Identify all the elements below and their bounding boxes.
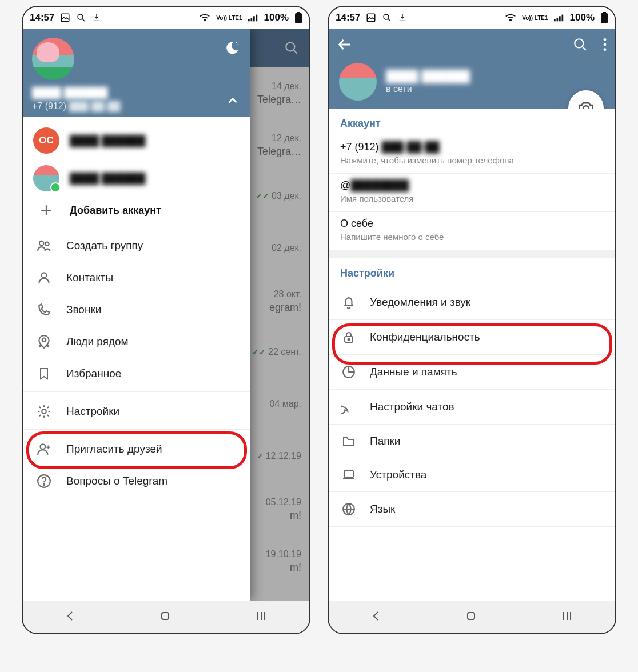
menu-item-bookmark[interactable]: Избранное [23, 358, 250, 392]
recents-icon[interactable] [254, 609, 269, 625]
help-icon [34, 474, 54, 489]
svg-rect-22 [162, 613, 169, 619]
drawer-header: ████ ██████ +7 (912) ███-██-██ [23, 29, 250, 117]
svg-point-12 [39, 241, 44, 246]
phone-hint: Нажмите, чтобы изменить номер телефона [340, 155, 604, 165]
svg-rect-26 [554, 19, 556, 22]
status-battery-pct: 100% [570, 12, 595, 23]
back-icon[interactable] [63, 609, 77, 625]
menu-item-gear[interactable]: Настройки [23, 395, 250, 430]
settings-item-pie[interactable]: Данные и память [329, 355, 615, 390]
home-icon[interactable] [158, 609, 172, 625]
account-avatar [33, 165, 59, 191]
menu-item-call[interactable]: Звонки [23, 294, 250, 326]
svg-point-13 [45, 242, 49, 246]
account-avatar: ОС [33, 127, 59, 154]
username-hint: Имя пользователя [340, 194, 604, 203]
download-icon [398, 13, 407, 23]
account-row[interactable]: ████ ██████ [23, 159, 250, 197]
bell-icon [340, 295, 357, 310]
folder-icon [340, 434, 357, 448]
svg-point-2 [204, 19, 206, 21]
status-time: 14:57 [30, 12, 54, 23]
svg-rect-23 [368, 14, 376, 22]
svg-rect-7 [297, 12, 300, 13]
menu-item-label: Звонки [66, 303, 101, 316]
bio-hint: Напишите немного о себе [340, 232, 604, 242]
svg-rect-29 [561, 15, 563, 22]
account-row[interactable]: ОС ████ ██████ [23, 122, 250, 159]
gear-icon [34, 404, 54, 419]
settings-item-label: Папки [370, 435, 400, 447]
menu-item-invite[interactable]: Пригласить друзей [23, 433, 250, 465]
svg-rect-40 [344, 471, 353, 477]
recents-icon[interactable] [560, 609, 575, 625]
settings-item-laptop[interactable]: Устройства [329, 458, 615, 492]
username-field[interactable]: @████████ Имя пользователя [329, 174, 615, 212]
profile-name: ████ ██████ [386, 70, 470, 83]
settings-appbar: ████ ██████ в сети [329, 29, 615, 109]
back-arrow-icon[interactable] [337, 37, 353, 55]
status-bar: 14:57 Vo)) LTE1 100% [23, 7, 309, 29]
android-navbar [329, 601, 615, 633]
battery-icon [294, 12, 302, 23]
svg-rect-5 [253, 16, 255, 21]
home-icon[interactable] [464, 609, 478, 625]
settings-item-chat[interactable]: Настройки чатов [329, 390, 615, 425]
android-navbar [23, 601, 309, 633]
plus-icon [33, 203, 59, 218]
battery-icon [600, 12, 608, 23]
svg-point-19 [41, 444, 46, 449]
bio-field[interactable]: О себе Напишите немного о себе [329, 212, 615, 250]
status-net: Vo)) LTE1 [216, 15, 242, 21]
menu-item-group[interactable]: Создать группу [23, 230, 250, 262]
globe-icon [340, 502, 357, 517]
call-icon [34, 302, 54, 317]
nav-drawer: ████ ██████ +7 (912) ███-██-██ ОС ████ █… [23, 29, 250, 601]
add-account-row[interactable]: Добавить аккаунт [23, 197, 250, 223]
menu-item-label: Пригласить друзей [66, 443, 162, 455]
settings-item-label: Данные и память [370, 366, 457, 378]
night-mode-icon[interactable] [224, 40, 240, 58]
svg-rect-0 [62, 14, 70, 22]
account-name: ████ ██████ [70, 173, 146, 185]
avatar [339, 63, 377, 101]
settings-item-label: Настройки чатов [370, 401, 454, 413]
signal-icon [248, 14, 258, 22]
settings-item-lock[interactable]: Конфиденциальность [329, 320, 615, 355]
avatar[interactable] [32, 38, 74, 80]
svg-rect-6 [256, 15, 257, 22]
svg-rect-30 [603, 12, 606, 13]
svg-point-16 [39, 346, 41, 347]
download-icon [92, 13, 101, 23]
settings-item-globe[interactable]: Язык [329, 492, 615, 527]
svg-rect-42 [468, 613, 474, 619]
status-time: 14:57 [336, 12, 360, 23]
settings-item-bell[interactable]: Уведомления и звук [329, 285, 615, 320]
profile-header[interactable]: ████ ██████ в сети [329, 63, 615, 101]
phone-field[interactable]: +7 (912) ███-██-██ Нажмите, чтобы измени… [329, 135, 615, 174]
menu-item-near[interactable]: Люди рядом [23, 326, 250, 358]
svg-point-10 [236, 42, 237, 43]
drawer-menu: Создать группуКонтактыЗвонкиЛюди рядомИз… [23, 226, 250, 601]
back-icon[interactable] [369, 609, 383, 625]
search-icon[interactable] [573, 37, 588, 54]
more-icon[interactable] [603, 37, 607, 54]
settings-item-label: Язык [370, 503, 395, 515]
svg-point-33 [604, 38, 607, 41]
svg-point-25 [510, 19, 512, 21]
laptop-icon [340, 468, 357, 482]
menu-item-person[interactable]: Контакты [23, 262, 250, 294]
svg-rect-27 [556, 18, 558, 21]
search-icon [76, 13, 86, 23]
account-name: ████ ██████ [70, 135, 146, 147]
accounts-section: ОС ████ ██████ ████ ██████ Добавить акка… [23, 117, 250, 226]
person-icon [34, 270, 54, 285]
svg-point-21 [43, 484, 45, 485]
svg-point-38 [348, 339, 350, 341]
search-icon [382, 13, 392, 23]
settings-item-folder[interactable]: Папки [329, 425, 615, 458]
settings-item-label: Конфиденциальность [370, 331, 480, 343]
svg-point-14 [42, 273, 47, 278]
menu-item-help[interactable]: Вопросы о Telegram [23, 465, 250, 497]
